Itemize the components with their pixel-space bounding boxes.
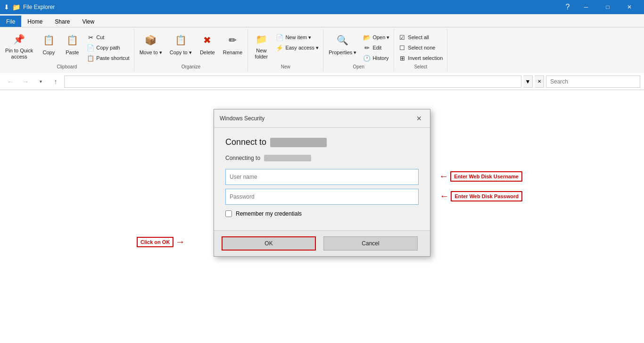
username-input[interactable] bbox=[225, 169, 419, 185]
new-folder-button[interactable]: 📁 Newfolder bbox=[250, 30, 272, 62]
select-none-icon: ☐ bbox=[398, 44, 406, 51]
invert-selection-icon: ⊞ bbox=[398, 55, 406, 62]
file-explorer-window: ⬇ 📁 File Explorer ? ─ □ ✕ File Home Shar… bbox=[0, 0, 644, 343]
address-clear[interactable]: ✕ bbox=[535, 75, 544, 88]
tab-home[interactable]: Home bbox=[21, 16, 49, 27]
password-arrow: ← bbox=[439, 191, 449, 201]
history-icon: 🕐 bbox=[363, 55, 371, 62]
open-button[interactable]: 📂 Open ▾ bbox=[361, 32, 392, 42]
copy-path-button[interactable]: 📄 Copy path bbox=[84, 42, 132, 53]
cancel-button[interactable]: Cancel bbox=[323, 236, 418, 251]
ribbon-group-organize: 📦 Move to ▾ 📋 Copy to ▾ ✖ Delete ✏ Renam… bbox=[134, 29, 248, 71]
ribbon-group-clipboard: 📌 Pin to Quickaccess 📋 Copy 📋 Paste ✂ Cu… bbox=[0, 29, 134, 71]
copy-button[interactable]: 📋 Copy bbox=[37, 30, 60, 62]
maximize-button[interactable]: □ bbox=[597, 0, 619, 14]
edit-button[interactable]: ✏ Edit bbox=[361, 42, 392, 53]
connect-to-server-blurred bbox=[270, 138, 327, 147]
delete-icon: ✖ bbox=[200, 33, 215, 48]
dialog-title: Windows Security bbox=[220, 115, 264, 122]
cut-icon: ✂ bbox=[87, 34, 94, 41]
ok-button[interactable]: OK bbox=[222, 236, 316, 251]
help-button[interactable]: ? bbox=[562, 1, 573, 13]
select-none-button[interactable]: ☐ Select none bbox=[396, 42, 445, 53]
tab-view[interactable]: View bbox=[76, 16, 100, 27]
ribbon-content: 📌 Pin to Quickaccess 📋 Copy 📋 Paste ✂ Cu… bbox=[0, 27, 644, 73]
recent-locations-button[interactable]: ▾ bbox=[34, 75, 47, 88]
open-icon: 📂 bbox=[363, 34, 371, 41]
ribbon-group-select: ☑ Select all ☐ Select none ⊞ Invert sele… bbox=[394, 29, 447, 71]
username-arrow: ← bbox=[439, 171, 448, 182]
username-annotation-label: Enter Web Disk Username bbox=[450, 171, 522, 182]
back-button[interactable]: ← bbox=[4, 75, 17, 88]
ok-arrow: → bbox=[175, 236, 185, 247]
close-button[interactable]: ✕ bbox=[619, 0, 640, 14]
new-group-label: New bbox=[250, 63, 321, 70]
up-button[interactable]: ↑ bbox=[49, 75, 62, 88]
dialog-backdrop: Windows Security ✕ Connect to Connecting… bbox=[0, 90, 644, 343]
search-input[interactable] bbox=[546, 75, 640, 88]
easy-access-button[interactable]: ⚡ Easy access ▾ bbox=[273, 42, 321, 53]
remember-credentials-row: Remember my credentials bbox=[225, 210, 419, 217]
cut-button[interactable]: ✂ Cut bbox=[84, 32, 132, 42]
tab-file[interactable]: File bbox=[0, 16, 21, 27]
password-annotation: ← Enter Web Disk Password bbox=[439, 191, 522, 201]
ribbon-group-new: 📁 Newfolder 📄 New item ▾ ⚡ Easy access ▾… bbox=[248, 29, 323, 71]
rename-button[interactable]: ✏ Rename bbox=[220, 30, 246, 62]
rename-icon: ✏ bbox=[225, 33, 240, 48]
dialog-titlebar: Windows Security ✕ bbox=[214, 109, 430, 128]
new-item-button[interactable]: 📄 New item ▾ bbox=[273, 32, 321, 42]
select-all-button[interactable]: ☑ Select all bbox=[396, 32, 445, 42]
address-bar: ← → ▾ ↑ ▼ ✕ bbox=[0, 73, 644, 90]
titlebar-icon: 📁 bbox=[12, 3, 20, 11]
password-annotation-label: Enter Web Disk Password bbox=[451, 191, 522, 201]
dialog-footer: OK Click on OK → Cancel bbox=[214, 230, 430, 256]
pin-icon: 📌 bbox=[12, 33, 27, 46]
select-group-label: Select bbox=[396, 63, 445, 70]
organize-group-label: Organize bbox=[136, 63, 246, 70]
history-button[interactable]: 🕐 History bbox=[361, 53, 392, 63]
ok-annotation-label: Click on OK bbox=[137, 237, 173, 247]
password-input[interactable] bbox=[225, 189, 419, 205]
minimize-button[interactable]: ─ bbox=[575, 0, 597, 14]
new-folder-icon: 📁 bbox=[254, 33, 269, 46]
open-group-label: Open bbox=[325, 63, 392, 70]
connecting-to-row: Connecting to bbox=[225, 155, 419, 161]
copy-icon: 📋 bbox=[41, 33, 56, 48]
username-annotation: ← Enter Web Disk Username bbox=[439, 171, 522, 182]
delete-button[interactable]: ✖ Delete bbox=[196, 30, 219, 62]
paste-shortcut-button[interactable]: 📋 Paste shortcut bbox=[84, 53, 132, 63]
paste-button[interactable]: 📋 Paste bbox=[61, 30, 83, 62]
edit-icon: ✏ bbox=[363, 44, 371, 51]
username-field-wrapper: ← Enter Web Disk Username bbox=[225, 169, 419, 185]
dialog-body: Connect to Connecting to ← Enter Web Dis… bbox=[214, 128, 430, 230]
main-content: Windows Security ✕ Connect to Connecting… bbox=[0, 90, 644, 343]
ribbon-group-open: 🔍 Properties ▾ 📂 Open ▾ ✏ Edit 🕐 History bbox=[323, 29, 394, 71]
password-field-wrapper: ← Enter Web Disk Password bbox=[225, 189, 419, 205]
ok-annotation: Click on OK → bbox=[137, 236, 185, 247]
move-to-icon: 📦 bbox=[143, 33, 158, 48]
title-text: File Explorer bbox=[23, 4, 55, 10]
remember-credentials-checkbox[interactable] bbox=[225, 210, 232, 217]
invert-selection-button[interactable]: ⊞ Invert selection bbox=[396, 53, 445, 63]
ribbon-tabs: File Home Share View bbox=[0, 14, 644, 27]
copy-path-icon: 📄 bbox=[87, 44, 94, 51]
tab-share[interactable]: Share bbox=[49, 16, 76, 27]
copy-to-button[interactable]: 📋 Copy to ▾ bbox=[166, 30, 195, 62]
clipboard-group-label: Clipboard bbox=[2, 63, 132, 70]
connecting-to-server-blurred bbox=[264, 155, 311, 161]
properties-button[interactable]: 🔍 Properties ▾ bbox=[325, 30, 360, 62]
clipboard-small-buttons: ✂ Cut 📄 Copy path 📋 Paste shortcut bbox=[84, 32, 132, 63]
windows-security-dialog: Windows Security ✕ Connect to Connecting… bbox=[214, 109, 430, 257]
move-to-button[interactable]: 📦 Move to ▾ bbox=[136, 30, 165, 62]
address-input[interactable] bbox=[64, 75, 521, 88]
easy-access-icon: ⚡ bbox=[276, 44, 283, 51]
pin-to-quick-access-button[interactable]: 📌 Pin to Quickaccess bbox=[2, 30, 36, 62]
dialog-close-button[interactable]: ✕ bbox=[414, 113, 424, 124]
select-all-icon: ☑ bbox=[398, 34, 406, 41]
properties-icon: 🔍 bbox=[335, 33, 350, 48]
forward-button[interactable]: → bbox=[19, 75, 32, 88]
connect-to-title: Connect to bbox=[225, 137, 419, 147]
address-dropdown[interactable]: ▼ bbox=[523, 75, 533, 88]
ok-button-wrapper: OK Click on OK → bbox=[222, 236, 316, 251]
new-col: 📄 New item ▾ ⚡ Easy access ▾ bbox=[273, 32, 321, 53]
